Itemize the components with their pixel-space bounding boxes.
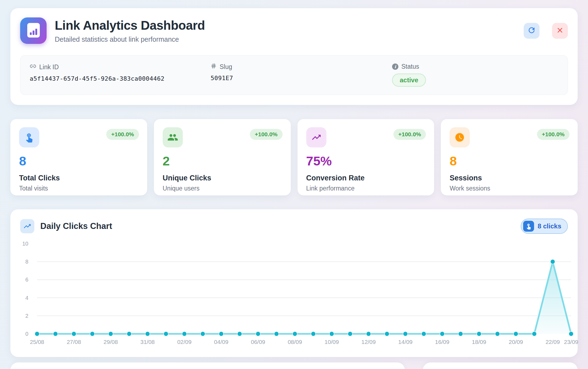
total-clicks-chip[interactable]: 8 clicks <box>521 219 568 234</box>
status-badge: active <box>392 74 426 87</box>
status-field: i Status active <box>392 63 568 95</box>
slug-value: 5091E7 <box>211 75 392 81</box>
line-chart-icon <box>20 219 34 233</box>
stat-title: Unique Clicks <box>163 174 282 182</box>
daily-clicks-line-chart: 024681025/0827/0829/0831/0802/0904/0906/… <box>16 237 583 354</box>
stat-card-sessions: +100.0% 8 Sessions Work sessions <box>441 119 578 195</box>
stat-value: 75% <box>306 153 426 168</box>
svg-text:22/09: 22/09 <box>545 339 560 345</box>
refresh-icon <box>527 26 536 35</box>
link-icon <box>30 63 36 71</box>
change-badge: +100.0% <box>250 129 283 140</box>
bottom-right-card <box>423 362 578 369</box>
svg-text:16/09: 16/09 <box>435 339 450 345</box>
stat-value: 8 <box>19 153 138 168</box>
page-subtitle: Detailed statistics about link performan… <box>55 35 205 43</box>
users-icon <box>163 127 183 147</box>
link-info-bar: Link ID a5f14437-657d-45f5-926a-383ca000… <box>20 55 568 95</box>
bar-chart-icon <box>27 23 40 39</box>
svg-text:20/09: 20/09 <box>509 339 523 345</box>
stats-row: +100.0% 8 Total Clicks Total visits +100… <box>10 119 578 195</box>
svg-text:27/08: 27/08 <box>67 339 81 345</box>
info-icon: i <box>392 63 398 70</box>
svg-text:4: 4 <box>25 295 28 301</box>
svg-text:10/09: 10/09 <box>325 339 339 345</box>
slug-label: Slug <box>220 63 232 71</box>
clicks-chip-label: 8 clicks <box>538 222 561 230</box>
svg-text:31/08: 31/08 <box>140 339 155 345</box>
clock-icon <box>450 127 470 147</box>
svg-text:0: 0 <box>25 331 28 337</box>
svg-text:29/08: 29/08 <box>104 339 118 345</box>
stat-subtitle: Work sessions <box>450 185 569 192</box>
svg-text:25/08: 25/08 <box>30 339 44 345</box>
header-card: Link Analytics Dashboard Detailed statis… <box>10 8 578 105</box>
stat-card-total-clicks: +100.0% 8 Total Clicks Total visits <box>10 119 147 195</box>
change-badge: +100.0% <box>393 129 426 140</box>
stat-title: Total Clicks <box>19 174 138 182</box>
slug-field: Slug 5091E7 <box>211 63 392 95</box>
app-logo <box>20 17 47 44</box>
svg-text:2: 2 <box>25 313 28 319</box>
svg-text:06/09: 06/09 <box>251 339 265 345</box>
svg-text:12/09: 12/09 <box>361 339 376 345</box>
svg-text:10: 10 <box>22 241 28 247</box>
stat-title: Sessions <box>450 174 569 182</box>
stat-value: 8 <box>450 153 569 168</box>
svg-text:8: 8 <box>25 259 28 265</box>
bottom-left-card <box>10 362 405 369</box>
page-title: Link Analytics Dashboard <box>55 18 205 33</box>
status-label: Status <box>401 63 419 70</box>
svg-text:18/09: 18/09 <box>472 339 486 345</box>
svg-text:23/09: 23/09 <box>564 339 578 345</box>
tap-icon <box>19 127 39 147</box>
close-icon <box>556 26 564 35</box>
close-button[interactable] <box>552 23 568 39</box>
stat-card-conversion-rate: +100.0% 75% Conversion Rate Link perform… <box>298 119 434 195</box>
stat-card-unique-clicks: +100.0% 2 Unique Clicks Unique users <box>154 119 291 195</box>
stat-subtitle: Unique users <box>163 185 282 192</box>
svg-text:14/09: 14/09 <box>398 339 413 345</box>
chart-title: Daily Clicks Chart <box>40 221 112 231</box>
link-id-value: a5f14437-657d-45f5-926a-383ca0004462 <box>30 75 211 82</box>
stat-subtitle: Total visits <box>19 185 138 192</box>
change-badge: +100.0% <box>537 129 570 140</box>
refresh-button[interactable] <box>524 23 539 39</box>
svg-text:02/09: 02/09 <box>177 339 192 345</box>
svg-text:04/09: 04/09 <box>214 339 229 345</box>
stat-title: Conversion Rate <box>306 174 426 182</box>
stat-subtitle: Link performance <box>306 185 426 192</box>
stat-value: 2 <box>163 153 282 168</box>
hash-icon <box>211 63 217 71</box>
daily-clicks-chart-card: Daily Clicks Chart 8 clicks 024681025/08… <box>10 209 578 357</box>
svg-text:6: 6 <box>25 277 28 283</box>
trending-up-icon <box>306 127 326 147</box>
change-badge: +100.0% <box>106 129 139 140</box>
link-id-field: Link ID a5f14437-657d-45f5-926a-383ca000… <box>30 63 211 95</box>
tap-icon <box>523 221 534 232</box>
link-id-label: Link ID <box>39 63 59 71</box>
svg-text:08/09: 08/09 <box>288 339 302 345</box>
